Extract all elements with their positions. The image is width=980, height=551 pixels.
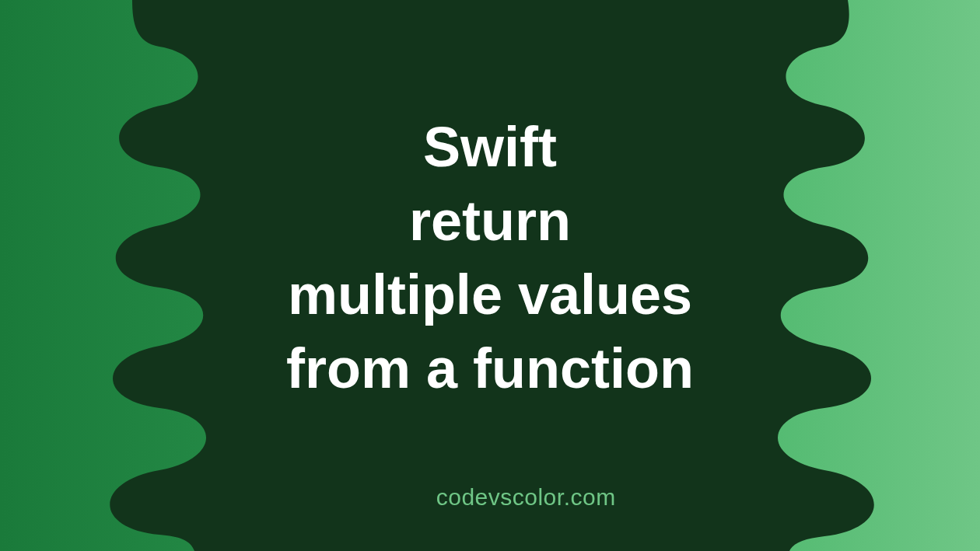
attribution-text: codevscolor.com — [436, 484, 616, 511]
banner-canvas: Swift return multiple values from a func… — [0, 0, 980, 551]
banner-title: Swift return multiple values from a func… — [286, 110, 694, 406]
